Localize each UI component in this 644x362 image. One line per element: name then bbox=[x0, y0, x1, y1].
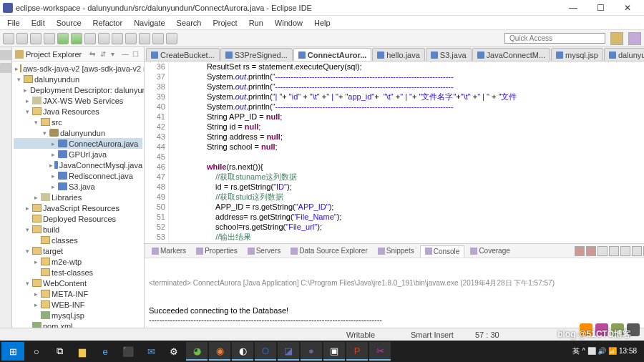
toolbar-new-package[interactable] bbox=[98, 33, 109, 44]
chrome-icon[interactable]: ◐ bbox=[232, 342, 253, 361]
tree-node[interactable]: ▸ConnectAurora.java bbox=[14, 138, 142, 149]
minimize-button[interactable]: — bbox=[560, 1, 587, 15]
minimized-view-icon[interactable] bbox=[0, 50, 11, 60]
outlook-icon[interactable]: O bbox=[255, 342, 276, 361]
menu-window[interactable]: Window bbox=[270, 17, 307, 29]
browser-icon[interactable]: ◉ bbox=[209, 342, 230, 361]
perspective-javaee[interactable] bbox=[628, 32, 641, 45]
close-button[interactable]: ✕ bbox=[614, 1, 641, 15]
view-tab-markers[interactable]: Markers bbox=[147, 245, 190, 256]
mail-icon[interactable]: ✉ bbox=[140, 342, 162, 361]
tree-node[interactable]: ▸JavaConnectMysql.java bbox=[14, 160, 142, 170]
menu-run[interactable]: Run bbox=[245, 17, 268, 29]
tree-node[interactable]: ▸GPUrl.java bbox=[14, 149, 142, 160]
quick-access-input[interactable] bbox=[504, 33, 605, 44]
powerpoint-icon[interactable]: P bbox=[346, 342, 368, 361]
store-icon[interactable]: ⬛ bbox=[117, 342, 139, 361]
view-tab-properties[interactable]: Properties bbox=[192, 245, 242, 256]
tree-node[interactable]: ▾src bbox=[14, 117, 142, 127]
console-output[interactable]: <terminated> ConnectAurora [Java Applica… bbox=[145, 258, 644, 328]
code-body[interactable]: ResultSet rs = statement.executeQuery(sq… bbox=[169, 62, 644, 243]
toolbar-ext-tools[interactable] bbox=[84, 33, 96, 44]
toolbar-debug[interactable] bbox=[57, 33, 69, 44]
tree-node[interactable]: ▸Deployment Descriptor: dalunyundu bbox=[14, 84, 142, 95]
editor-tab[interactable]: JavaConnectM... bbox=[472, 48, 551, 61]
menu-refactor[interactable]: Refactor bbox=[89, 17, 127, 29]
view-tab-console[interactable]: Console bbox=[420, 245, 465, 258]
maximize-icon[interactable]: ☐ bbox=[132, 50, 141, 59]
menu-source[interactable]: Source bbox=[52, 17, 86, 29]
console-display-selected-icon[interactable] bbox=[632, 246, 642, 256]
float-icon-cloud[interactable] bbox=[627, 323, 640, 336]
tree-node[interactable]: ▾dalunyundun bbox=[14, 127, 142, 138]
tree-node[interactable]: ▸WEB-INF bbox=[14, 299, 142, 310]
tree-node[interactable]: ▾dalunyundun bbox=[14, 74, 142, 84]
toolbar-open-type[interactable] bbox=[125, 33, 137, 44]
toolbar-run[interactable] bbox=[71, 33, 82, 44]
maximize-button[interactable]: ☐ bbox=[587, 1, 614, 15]
menu-navigate[interactable]: Navigate bbox=[130, 17, 169, 29]
toolbar-search[interactable] bbox=[139, 33, 150, 44]
tree-node[interactable]: Deployed Resources bbox=[14, 213, 142, 224]
wechat-icon[interactable]: ◕ bbox=[186, 342, 208, 361]
tree-node[interactable]: ▸Libraries bbox=[14, 192, 142, 202]
code-editor[interactable]: 36 37 38 39 40 41 42 43 44 45 46 47 48 4… bbox=[145, 62, 644, 243]
console-remove-icon[interactable] bbox=[575, 246, 585, 256]
console-clear-icon[interactable] bbox=[597, 246, 608, 256]
tree-node[interactable]: classes bbox=[14, 235, 142, 245]
toolbar-new[interactable] bbox=[3, 33, 14, 44]
console-remove-all-icon[interactable] bbox=[586, 246, 596, 256]
settings-icon[interactable]: ⚙ bbox=[163, 342, 185, 361]
view-tab-snippets[interactable]: Snippets bbox=[374, 245, 419, 256]
tree-node[interactable]: ▸Redisconnect.java bbox=[14, 170, 142, 181]
console-scroll-lock-icon[interactable] bbox=[609, 246, 619, 256]
system-tray[interactable]: 英 ^ ⬜ 🔊 📶 13:58 bbox=[572, 346, 643, 356]
menu-project[interactable]: Project bbox=[208, 17, 241, 29]
collapse-all-icon[interactable]: ⇆ bbox=[89, 50, 98, 59]
tree-node[interactable]: ▾build bbox=[14, 224, 142, 235]
cortana-button[interactable]: ○ bbox=[26, 342, 47, 361]
menu-search[interactable]: Search bbox=[172, 17, 206, 29]
toolbar-new-class[interactable] bbox=[112, 33, 123, 44]
tree-node[interactable]: ▸m2e-wtp bbox=[14, 256, 142, 267]
editor-tab[interactable]: S3PreSigned... bbox=[220, 48, 293, 61]
editor-tab[interactable]: mysql.jsp bbox=[551, 48, 603, 61]
console-pin-icon[interactable] bbox=[620, 246, 630, 256]
editor-tab[interactable]: S3.java bbox=[426, 48, 472, 61]
view-tab-servers[interactable]: Servers bbox=[243, 245, 285, 256]
toolbar-back[interactable] bbox=[152, 33, 164, 44]
task-view-button[interactable]: ⧉ bbox=[49, 342, 70, 361]
eclipse-taskbar-icon[interactable]: ● bbox=[301, 342, 322, 361]
editor-tab[interactable]: dalunyundun/... bbox=[604, 48, 644, 61]
tree-node[interactable]: mysql.jsp bbox=[14, 310, 142, 321]
view-tab-data-source-explorer[interactable]: Data Source Explorer bbox=[286, 245, 372, 256]
tree-node[interactable]: ▸aws-sdk-java-v2 [aws-sdk-java-v2 mast bbox=[14, 63, 142, 74]
link-editor-icon[interactable]: ⇵ bbox=[100, 50, 109, 59]
toolbar-forward[interactable] bbox=[166, 33, 177, 44]
menu-file[interactable]: File bbox=[3, 17, 24, 29]
view-menu-icon[interactable]: ▾ bbox=[111, 50, 119, 59]
snip-icon[interactable]: ✂ bbox=[369, 342, 391, 361]
toolbar-save-all[interactable] bbox=[30, 33, 42, 44]
float-icon-chart[interactable] bbox=[611, 323, 624, 336]
terminal-icon[interactable]: ▣ bbox=[323, 342, 345, 361]
project-tree[interactable]: ▸aws-sdk-java-v2 [aws-sdk-java-v2 mast▾d… bbox=[12, 62, 144, 328]
float-icon-s[interactable] bbox=[580, 323, 592, 336]
minimized-view-icon[interactable] bbox=[0, 63, 11, 73]
tree-node[interactable]: pom.xml bbox=[14, 321, 142, 328]
start-button[interactable]: ⊞ bbox=[1, 342, 24, 361]
tree-node[interactable]: ▸S3.java bbox=[14, 181, 142, 192]
tree-node[interactable]: ▸JavaScript Resources bbox=[14, 202, 142, 213]
tree-node[interactable]: ▾WebContent bbox=[14, 278, 142, 288]
tree-node[interactable]: test-classes bbox=[14, 267, 142, 278]
edge-icon[interactable]: e bbox=[94, 342, 116, 361]
teams-icon[interactable]: ◪ bbox=[278, 342, 299, 361]
menu-help[interactable]: Help bbox=[310, 17, 335, 29]
float-icon-headset[interactable] bbox=[595, 323, 608, 336]
editor-tab[interactable]: hello.java bbox=[372, 48, 424, 61]
tree-node[interactable]: ▸META-INF bbox=[14, 288, 142, 299]
toolbar-build[interactable] bbox=[44, 33, 55, 44]
menu-edit[interactable]: Edit bbox=[27, 17, 49, 29]
file-explorer-icon[interactable]: ▆ bbox=[72, 342, 93, 361]
editor-tab[interactable]: ConnectAuror... bbox=[293, 48, 372, 61]
